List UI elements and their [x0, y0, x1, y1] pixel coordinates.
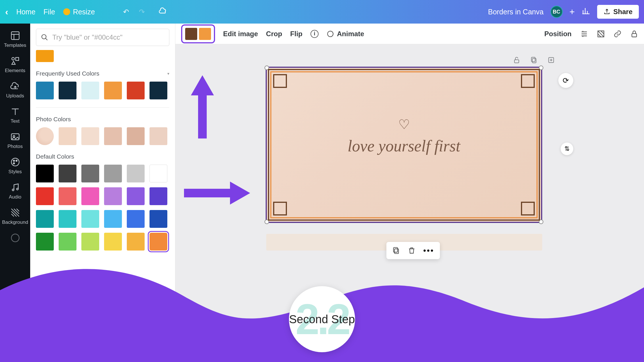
color-swatch[interactable] — [104, 165, 122, 182]
corner-ornament — [521, 202, 535, 215]
lock-icon[interactable] — [630, 30, 638, 38]
color-swatch[interactable] — [36, 82, 54, 99]
svg-point-8 — [13, 163, 15, 164]
document-title[interactable]: Borders in Canva — [488, 8, 543, 16]
color-swatch[interactable] — [59, 82, 76, 99]
notes-button[interactable]: Notes — [197, 350, 216, 358]
design-canvas-frame[interactable]: ♡ love yourself first — [266, 67, 542, 223]
home-menu[interactable]: Home — [16, 8, 36, 16]
color-swatch[interactable] — [127, 187, 145, 205]
color-swatch[interactable] — [150, 127, 167, 145]
flip-button[interactable]: Flip — [290, 30, 302, 38]
color-swatch[interactable] — [59, 187, 76, 205]
color-swatch[interactable] — [127, 127, 145, 145]
canvas-lock-icon[interactable] — [513, 56, 520, 64]
help-icon[interactable] — [627, 349, 635, 358]
notes-icon[interactable] — [184, 350, 192, 358]
color-swatch[interactable] — [81, 127, 99, 145]
element-color-swatches[interactable] — [181, 24, 215, 43]
add-another-button[interactable]: + Add another — [38, 346, 87, 355]
color-swatch[interactable] — [81, 165, 99, 182]
color-swatch[interactable] — [150, 165, 167, 182]
add-page-icon[interactable] — [547, 56, 555, 64]
step-badge: 2.2 Second Step — [289, 286, 355, 352]
info-icon[interactable]: i — [310, 30, 319, 38]
redo-icon[interactable]: ↷ — [139, 8, 145, 16]
color-swatch[interactable] — [104, 127, 122, 145]
add-collaborator-icon[interactable]: + — [570, 7, 575, 17]
rail-text[interactable]: Text — [0, 103, 30, 127]
color-swatch[interactable] — [59, 127, 76, 145]
color-swatch[interactable] — [81, 82, 99, 99]
share-button[interactable]: Share — [597, 5, 639, 19]
selection-handle[interactable] — [539, 219, 543, 224]
color-swatch[interactable] — [127, 233, 145, 251]
rail-templates[interactable]: Templates — [0, 28, 30, 51]
selection-handle[interactable] — [264, 219, 269, 224]
position-button[interactable]: Position — [544, 30, 572, 38]
selection-handle[interactable] — [264, 66, 269, 70]
animate-button[interactable]: Animate — [327, 30, 364, 38]
color-search[interactable] — [36, 29, 169, 46]
canvas-main-text[interactable]: love yourself first — [267, 137, 541, 155]
color-swatch[interactable] — [36, 187, 54, 205]
color-swatch[interactable] — [36, 165, 54, 182]
selection-handle[interactable] — [539, 66, 543, 70]
rail-styles[interactable]: Styles — [0, 154, 30, 178]
duplicate-page-icon[interactable] — [530, 56, 538, 64]
color-swatch[interactable] — [81, 210, 99, 228]
svg-point-11 — [11, 234, 19, 242]
corner-ornament — [521, 74, 535, 88]
recent-color-swatch[interactable] — [36, 50, 54, 62]
color-swatch[interactable] — [81, 187, 99, 205]
rail-more[interactable] — [0, 230, 30, 246]
undo-icon[interactable]: ↶ — [123, 8, 129, 16]
plus-circle-icon: + — [38, 346, 47, 355]
color-search-input[interactable] — [52, 33, 164, 41]
rail-audio[interactable]: Audio — [0, 179, 30, 203]
link-icon[interactable] — [614, 30, 622, 38]
color-swatch[interactable] — [127, 165, 145, 182]
user-avatar[interactable]: BC — [551, 6, 563, 18]
color-swatch[interactable] — [127, 82, 145, 99]
analytics-icon[interactable] — [582, 7, 590, 17]
color-swatch[interactable] — [150, 82, 167, 99]
color-swatch[interactable] — [150, 187, 167, 205]
color-swatch[interactable] — [36, 233, 54, 251]
color-swatch[interactable] — [59, 233, 76, 251]
duplicate-icon[interactable] — [392, 247, 400, 255]
refresh-icon[interactable]: ⟳ — [558, 73, 573, 88]
transparency-icon[interactable] — [597, 30, 605, 38]
color-swatch[interactable] — [59, 210, 76, 228]
edit-image-button[interactable]: Edit image — [223, 30, 258, 38]
chevron-down-icon[interactable]: ▾ — [167, 71, 169, 76]
color-swatch[interactable] — [104, 210, 122, 228]
crop-button[interactable]: Crop — [266, 30, 282, 38]
svg-rect-15 — [632, 33, 637, 37]
swap-icon[interactable]: ⇅ — [561, 143, 573, 155]
color-swatch[interactable] — [81, 233, 99, 251]
page-indicator[interactable]: 1 — [589, 349, 599, 358]
fullscreen-icon[interactable] — [609, 350, 617, 358]
color-swatch[interactable] — [36, 210, 54, 228]
rail-background[interactable]: Background — [0, 205, 30, 228]
back-icon[interactable]: ‹ — [5, 7, 8, 17]
cloud-sync-icon[interactable] — [159, 7, 167, 17]
more-icon[interactable]: ••• — [423, 246, 434, 255]
trash-icon[interactable] — [408, 247, 416, 255]
color-swatch[interactable] — [150, 233, 167, 251]
photo-color-source[interactable] — [36, 127, 54, 145]
rail-photos[interactable]: Photos — [0, 129, 30, 152]
color-swatch[interactable] — [104, 233, 122, 251]
rail-uploads[interactable]: Uploads — [0, 78, 30, 102]
rail-elements[interactable]: Elements — [0, 53, 30, 76]
file-menu[interactable]: File — [43, 8, 55, 16]
color-swatch[interactable] — [150, 210, 167, 228]
canvas[interactable]: ♡ love yourself first ⟳ ⇅ ••• — [175, 44, 644, 345]
spacing-icon[interactable] — [580, 30, 588, 38]
color-swatch[interactable] — [104, 187, 122, 205]
resize-menu[interactable]: Resize — [63, 8, 95, 16]
color-swatch[interactable] — [127, 210, 145, 228]
color-swatch[interactable] — [104, 82, 122, 99]
color-swatch[interactable] — [59, 165, 76, 182]
